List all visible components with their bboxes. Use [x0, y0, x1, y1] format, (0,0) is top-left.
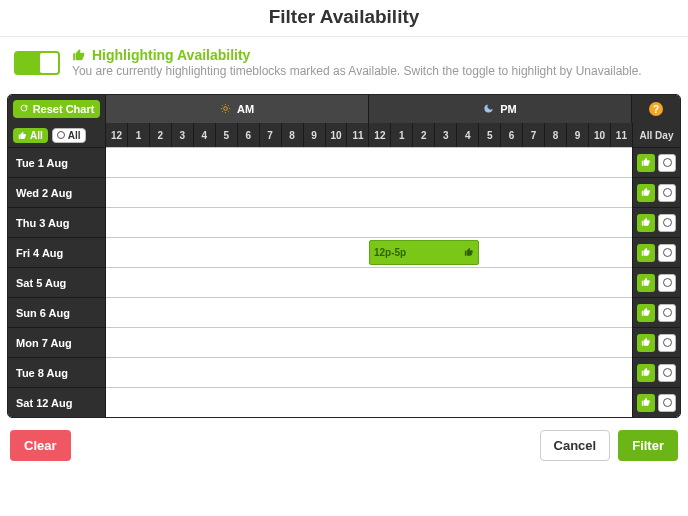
hour-header-14[interactable]: 2	[413, 123, 435, 147]
quick-all-available-button[interactable]: All	[13, 128, 48, 143]
day-label: Mon 7 Aug	[8, 327, 106, 357]
hour-header-19[interactable]: 7	[523, 123, 545, 147]
hour-header-20[interactable]: 8	[545, 123, 567, 147]
day-label: Sat 12 Aug	[8, 387, 106, 417]
circle-icon	[663, 248, 672, 257]
row-allday-available-button[interactable]	[637, 214, 655, 232]
row-allday-available-button[interactable]	[637, 154, 655, 172]
timeblock-area[interactable]	[106, 177, 632, 207]
circle-icon	[663, 368, 672, 377]
hour-header-3[interactable]: 3	[172, 123, 194, 147]
quick-all-clear-button[interactable]: All	[52, 128, 86, 143]
thumbs-up-icon	[641, 245, 651, 260]
row-allday-actions	[632, 147, 680, 177]
row-allday-clear-button[interactable]	[658, 214, 676, 232]
day-label: Tue 1 Aug	[8, 147, 106, 177]
row-allday-actions	[632, 297, 680, 327]
row-allday-available-button[interactable]	[637, 394, 655, 412]
hour-header-15[interactable]: 3	[435, 123, 457, 147]
filter-button[interactable]: Filter	[618, 430, 678, 461]
row-allday-available-button[interactable]	[637, 244, 655, 262]
day-row: Thu 3 Aug	[8, 207, 680, 237]
circle-icon	[663, 218, 672, 227]
row-allday-clear-button[interactable]	[658, 274, 676, 292]
day-row: Mon 7 Aug	[8, 327, 680, 357]
day-row: Sat 12 Aug	[8, 387, 680, 417]
help-icon[interactable]: ?	[649, 102, 663, 116]
circle-icon	[663, 278, 672, 287]
row-allday-actions	[632, 207, 680, 237]
hour-header-10[interactable]: 10	[326, 123, 348, 147]
row-allday-available-button[interactable]	[637, 304, 655, 322]
row-allday-clear-button[interactable]	[658, 184, 676, 202]
hour-header-23[interactable]: 11	[611, 123, 632, 147]
hour-header-18[interactable]: 6	[501, 123, 523, 147]
available-block[interactable]: 12p-5p	[369, 240, 479, 265]
circle-icon	[57, 131, 65, 139]
period-am-tab[interactable]: AM	[106, 95, 369, 123]
hour-header-1[interactable]: 1	[128, 123, 150, 147]
hour-header-5[interactable]: 5	[216, 123, 238, 147]
clear-button[interactable]: Clear	[10, 430, 71, 461]
moon-icon	[483, 103, 494, 116]
timeblock-area[interactable]	[106, 147, 632, 177]
hour-header-16[interactable]: 4	[457, 123, 479, 147]
day-label: Wed 2 Aug	[8, 177, 106, 207]
highlight-toggle[interactable]	[14, 51, 60, 75]
cancel-button[interactable]: Cancel	[540, 430, 611, 461]
thumbs-up-icon	[641, 185, 651, 200]
hour-header-21[interactable]: 9	[567, 123, 589, 147]
row-allday-available-button[interactable]	[637, 274, 655, 292]
row-allday-clear-button[interactable]	[658, 394, 676, 412]
row-allday-clear-button[interactable]	[658, 304, 676, 322]
day-row: Fri 4 Aug12p-5p	[8, 237, 680, 267]
row-allday-clear-button[interactable]	[658, 334, 676, 352]
timeblock-area[interactable]: 12p-5p	[106, 237, 632, 267]
row-allday-available-button[interactable]	[637, 334, 655, 352]
circle-icon	[663, 398, 672, 407]
row-allday-clear-button[interactable]	[658, 154, 676, 172]
hour-header-22[interactable]: 10	[589, 123, 611, 147]
circle-icon	[663, 188, 672, 197]
timeblock-area[interactable]	[106, 207, 632, 237]
timeblock-area[interactable]	[106, 387, 632, 417]
row-allday-actions	[632, 387, 680, 417]
day-row: Sat 5 Aug	[8, 267, 680, 297]
thumbs-up-icon	[641, 215, 651, 230]
quick-all-off-label: All	[68, 130, 81, 141]
period-pm-tab[interactable]: PM	[369, 95, 632, 123]
day-row: Wed 2 Aug	[8, 177, 680, 207]
row-allday-clear-button[interactable]	[658, 244, 676, 262]
hour-header-2[interactable]: 2	[150, 123, 172, 147]
hour-header-9[interactable]: 9	[304, 123, 326, 147]
thumbs-up-icon	[464, 247, 474, 259]
highlight-desc: You are currently highlighting timeblock…	[72, 64, 642, 78]
thumbs-up-icon	[641, 305, 651, 320]
thumbs-up-icon	[641, 395, 651, 410]
day-label: Tue 8 Aug	[8, 357, 106, 387]
hour-header-13[interactable]: 1	[391, 123, 413, 147]
hour-header-11[interactable]: 11	[347, 123, 369, 147]
thumbs-up-icon	[72, 48, 86, 62]
timeblock-area[interactable]	[106, 267, 632, 297]
reset-chart-label: Reset Chart	[33, 103, 95, 115]
timeblock-area[interactable]	[106, 357, 632, 387]
hour-header-8[interactable]: 8	[282, 123, 304, 147]
hour-header-6[interactable]: 6	[238, 123, 260, 147]
hour-header-17[interactable]: 5	[479, 123, 501, 147]
period-pm-label: PM	[500, 103, 517, 115]
hour-header-12[interactable]: 12	[369, 123, 391, 147]
circle-icon	[663, 308, 672, 317]
hour-header-4[interactable]: 4	[194, 123, 216, 147]
period-am-label: AM	[237, 103, 254, 115]
day-label: Sun 6 Aug	[8, 297, 106, 327]
timeblock-area[interactable]	[106, 297, 632, 327]
reset-chart-button[interactable]: Reset Chart	[13, 100, 101, 118]
hour-header-7[interactable]: 7	[260, 123, 282, 147]
row-allday-available-button[interactable]	[637, 184, 655, 202]
row-allday-clear-button[interactable]	[658, 364, 676, 382]
hour-header-0[interactable]: 12	[106, 123, 128, 147]
sun-icon	[220, 103, 231, 116]
row-allday-available-button[interactable]	[637, 364, 655, 382]
timeblock-area[interactable]	[106, 327, 632, 357]
